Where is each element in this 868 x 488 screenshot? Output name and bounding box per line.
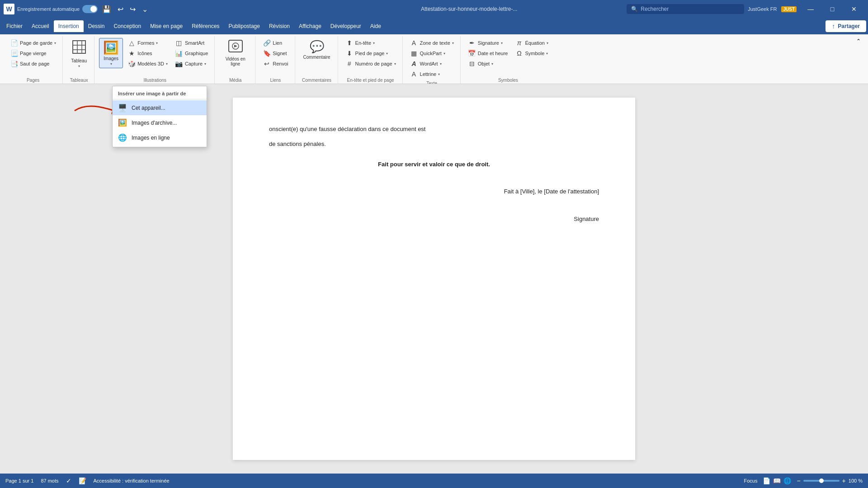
signet-button[interactable]: 🔖 Signet xyxy=(260,48,291,58)
smartart-button[interactable]: ◫ SmartArt xyxy=(172,38,211,48)
quickpart-button[interactable]: ▦ QuickPart ▾ xyxy=(407,48,457,58)
menu-aide[interactable]: Aide xyxy=(366,20,386,32)
dropdown-item-cet-appareil[interactable]: 🖥️ Cet appareil... xyxy=(113,100,207,115)
web-layout-icon[interactable]: 🌐 xyxy=(783,477,791,484)
date-label: Date et heure xyxy=(478,51,508,56)
svg-rect-0 xyxy=(73,41,85,53)
commentaire-button[interactable]: 💬 Commentaire xyxy=(300,38,334,61)
en-tete-icon: ⬆ xyxy=(345,39,354,47)
objet-button[interactable]: ⊟ Objet ▾ xyxy=(465,59,511,69)
focus-label[interactable]: Focus xyxy=(744,478,757,483)
zoom-percent: 100 % xyxy=(849,478,863,483)
modeles-3d-button[interactable]: 🎲 Modèles 3D ▾ xyxy=(125,59,170,69)
undo-icon[interactable]: ↩ xyxy=(116,4,125,14)
liens-content: 🔗 Lien 🔖 Signet ↩ Renvoi xyxy=(260,36,291,76)
renvoi-button[interactable]: ↩ Renvoi xyxy=(260,59,291,69)
ribbon-group-texte: A Zone de texte ▾ ▦ QuickPart ▾ A WordAr… xyxy=(404,36,461,84)
date-icon: 📅 xyxy=(468,50,476,57)
zone-caret: ▾ xyxy=(452,41,454,45)
wordart-button[interactable]: A WordArt ▾ xyxy=(407,59,457,69)
minimize-button[interactable]: — xyxy=(800,0,821,18)
pages-col: 📄 Page de garde ▾ 📃 Page vierge 📑 Saut d… xyxy=(7,38,59,69)
symbole-icon: Ω xyxy=(515,50,523,57)
objet-label: Objet xyxy=(478,61,490,66)
tableaux-group-label: Tableaux xyxy=(67,76,90,84)
zoom-in-icon[interactable]: + xyxy=(842,477,846,484)
commentaires-group-label: Commentaires xyxy=(300,76,334,84)
document-page[interactable]: onscient(e) qu'une fausse déclaration da… xyxy=(233,98,635,460)
track-changes-icon[interactable]: 📝 xyxy=(79,477,86,484)
menu-references[interactable]: Références xyxy=(187,20,224,32)
symboles-col: ✒ Signature ▾ 📅 Date et heure ⊟ Objet ▾ xyxy=(465,38,511,69)
zoom-slider[interactable] xyxy=(803,480,840,482)
menu-accueil[interactable]: Accueil xyxy=(27,20,54,32)
tableau-button[interactable]: Tableau ▾ xyxy=(67,38,90,70)
symbole-button[interactable]: Ω Symbole ▾ xyxy=(512,48,551,58)
illustrations-group-label: Illustrations xyxy=(99,76,211,84)
ribbon-group-entete: ⬆ En-tête ▾ ⬇ Pied de page ▾ # Numéro de… xyxy=(339,36,403,84)
menu-affichage[interactable]: Affichage xyxy=(294,20,326,32)
menu-publipostage[interactable]: Publipostage xyxy=(224,20,264,32)
autosave-toggle[interactable] xyxy=(82,5,98,13)
doc-text-5: Signature xyxy=(269,215,599,224)
redo-icon[interactable]: ↪ xyxy=(128,4,137,14)
text-check-icon[interactable]: ✓ xyxy=(66,477,71,484)
page-vierge-button[interactable]: 📃 Page vierge xyxy=(7,48,59,58)
dropdown-item-images-en-ligne[interactable]: 🌐 Images en ligne xyxy=(113,130,207,145)
graphique-button[interactable]: 📊 Graphique xyxy=(172,48,211,58)
capture-icon: 📷 xyxy=(175,60,183,67)
symboles-col2: π Équation ▾ Ω Symbole ▾ xyxy=(512,38,551,58)
media-group-label: Média xyxy=(219,76,251,84)
menu-insertion[interactable]: Insertion xyxy=(54,20,84,32)
dropdown-item-images-archive[interactable]: 🖼️ Images d'archive... xyxy=(113,115,207,130)
search-input[interactable] xyxy=(641,6,731,12)
close-button[interactable]: ✕ xyxy=(844,0,864,18)
share-button[interactable]: ↑ Partager xyxy=(826,20,866,32)
menu-conception[interactable]: Conception xyxy=(109,20,146,32)
menu-developpeur[interactable]: Développeur xyxy=(326,20,366,32)
lien-button[interactable]: 🔗 Lien xyxy=(260,38,291,48)
formes-button[interactable]: △ Formes ▾ xyxy=(125,38,170,48)
print-layout-icon[interactable]: 📄 xyxy=(763,477,770,484)
page-de-garde-icon: 📄 xyxy=(10,39,18,47)
renvoi-label: Renvoi xyxy=(273,61,288,66)
online-icon: 🌐 xyxy=(118,133,127,142)
saut-de-page-button[interactable]: 📑 Saut de page xyxy=(7,59,59,69)
page-de-garde-button[interactable]: 📄 Page de garde ▾ xyxy=(7,38,59,48)
more-icon[interactable]: ⌄ xyxy=(140,4,150,14)
dropdown-item-online-label: Images en ligne xyxy=(132,135,170,141)
menu-dessin[interactable]: Dessin xyxy=(84,20,109,32)
save-icon[interactable]: 💾 xyxy=(100,4,113,14)
date-et-heure-button[interactable]: 📅 Date et heure xyxy=(465,48,511,58)
tableau-icon xyxy=(72,40,86,57)
images-button[interactable]: 🖼️ Images ▾ xyxy=(99,38,123,68)
menu-revision[interactable]: Révision xyxy=(264,20,294,32)
objet-caret: ▾ xyxy=(491,62,493,66)
pied-de-page-button[interactable]: ⬇ Pied de page ▾ xyxy=(343,48,399,58)
en-tete-button[interactable]: ⬆ En-tête ▾ xyxy=(343,38,399,48)
zone-de-texte-button[interactable]: A Zone de texte ▾ xyxy=(407,38,457,48)
numero-de-page-button[interactable]: # Numéro de page ▾ xyxy=(343,59,399,69)
icones-button[interactable]: ★ Icônes xyxy=(125,48,170,58)
equation-caret: ▾ xyxy=(547,41,548,45)
commentaires-content: 💬 Commentaire xyxy=(300,36,334,76)
lettrine-icon: A xyxy=(410,70,418,78)
pied-de-page-label: Pied de page xyxy=(355,51,385,56)
ribbon-collapse-button[interactable]: ⌃ xyxy=(853,36,864,46)
videos-en-ligne-button[interactable]: Vidéos en ligne xyxy=(219,38,251,68)
search-box[interactable]: 🔍 xyxy=(627,4,744,14)
smartart-label: SmartArt xyxy=(185,40,204,46)
page-de-garde-label: Page de garde xyxy=(20,40,52,46)
signature-button[interactable]: ✒ Signature ▾ xyxy=(465,38,511,48)
maximize-button[interactable]: □ xyxy=(822,0,843,18)
menu-mise-en-page[interactable]: Mise en page xyxy=(146,20,187,32)
word-count: 87 mots xyxy=(41,478,58,483)
lettrine-button[interactable]: A Lettrine ▾ xyxy=(407,69,457,79)
lien-label: Lien xyxy=(273,40,282,46)
menu-fichier[interactable]: Fichier xyxy=(2,20,27,32)
zoom-out-icon[interactable]: − xyxy=(797,477,800,484)
capture-button[interactable]: 📷 Capture ▾ xyxy=(172,59,211,69)
objet-icon: ⊟ xyxy=(468,60,476,67)
equation-button[interactable]: π Équation ▾ xyxy=(512,38,551,48)
read-mode-icon[interactable]: 📖 xyxy=(773,477,781,484)
